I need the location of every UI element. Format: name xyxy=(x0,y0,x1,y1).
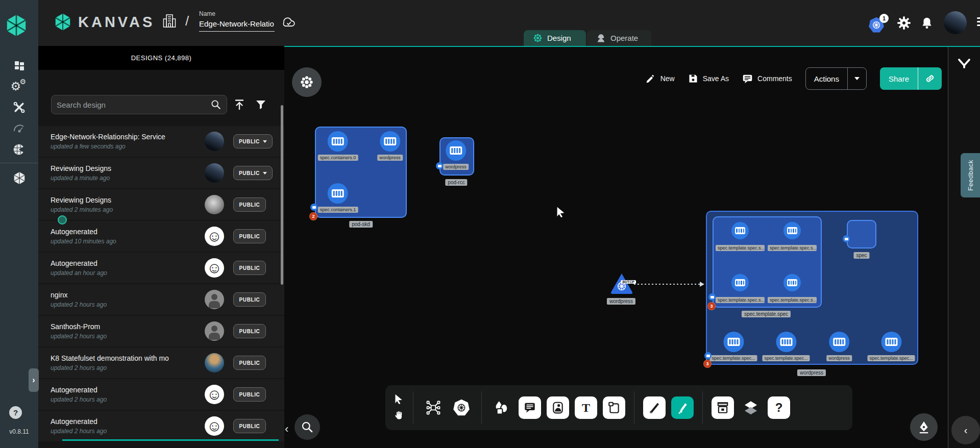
sidebar-expand-handle[interactable]: › xyxy=(29,368,39,392)
design-row[interactable]: Santhosh-Prom updated 2 hours ago PUBLIC xyxy=(38,316,284,346)
new-button[interactable]: New xyxy=(646,73,675,84)
design-owner-avatar[interactable]: ☺ xyxy=(205,416,224,436)
visibility-badge[interactable]: PUBLIC xyxy=(233,292,266,307)
design-owner-avatar[interactable]: ☺ xyxy=(205,258,224,278)
visibility-badge[interactable]: PUBLIC xyxy=(233,419,266,433)
pan-hand-icon[interactable] xyxy=(394,410,404,422)
design-row[interactable]: nginx updated 2 hours ago PUBLIC xyxy=(38,284,284,315)
share-label[interactable]: Share xyxy=(880,67,918,90)
organization-icon[interactable] xyxy=(162,13,177,31)
container-node[interactable]: spec.template.spec... xyxy=(867,332,915,361)
settings-gear-icon[interactable] xyxy=(897,16,911,32)
dock-toggle-icon[interactable] xyxy=(957,57,972,74)
container-node[interactable]: wordpress xyxy=(377,131,403,161)
help-tool-icon[interactable]: ? xyxy=(768,396,790,419)
container-node[interactable]: wordpress xyxy=(826,332,852,361)
collapse-left-chevron[interactable]: ‹ xyxy=(285,422,288,436)
container-node[interactable]: spec.template.spec.s... xyxy=(716,274,765,303)
comment-tool-icon[interactable] xyxy=(519,396,541,419)
visibility-badge[interactable]: PUBLIC xyxy=(233,261,266,275)
kubernetes-tool-icon[interactable] xyxy=(450,396,473,419)
actions-dropdown-toggle[interactable] xyxy=(847,68,866,89)
zoom-button[interactable] xyxy=(295,414,320,440)
visibility-badge[interactable]: PUBLIC xyxy=(233,166,273,180)
component-graph-icon[interactable] xyxy=(422,396,445,419)
actions-split-button[interactable]: Actions xyxy=(805,67,867,90)
design-owner-avatar[interactable]: ☺ xyxy=(205,385,224,404)
kanvas-logo[interactable]: KANVAS xyxy=(54,13,155,31)
error-badge[interactable]: 2 xyxy=(309,212,317,220)
copy-link-icon[interactable] xyxy=(918,67,942,90)
meshery-logo[interactable] xyxy=(5,13,28,40)
design-owner-avatar[interactable] xyxy=(205,290,224,309)
drawer-tool-icon[interactable] xyxy=(712,396,734,419)
node-spec[interactable] xyxy=(847,220,876,248)
comments-button[interactable]: Comments xyxy=(742,73,792,84)
design-row[interactable]: K8 Statefulset demonstration with mo upd… xyxy=(38,347,284,378)
kubernetes-badge[interactable] xyxy=(708,293,716,301)
publish-upload-icon[interactable] xyxy=(233,98,246,113)
error-badge[interactable]: 3 xyxy=(707,302,716,310)
collapse-right-chevron[interactable]: ‹ xyxy=(951,416,980,444)
pencil-draw-tool-icon[interactable] xyxy=(671,396,694,419)
sidebar-item-configuration[interactable] xyxy=(0,97,38,118)
container-node[interactable]: spec.template.spec... xyxy=(709,332,757,361)
visibility-badge[interactable]: PUBLIC xyxy=(233,134,273,148)
container-node[interactable]: spec.template.spec.s... xyxy=(768,274,817,303)
sidebar-item-dashboard[interactable] xyxy=(0,55,38,76)
design-row[interactable]: Autogenerated updated 10 minutes ago ☺ P… xyxy=(38,221,284,252)
search-design-box[interactable] xyxy=(51,95,227,114)
error-badge[interactable]: 3 xyxy=(703,360,712,368)
shapes-tool-icon[interactable] xyxy=(491,396,513,419)
container-node[interactable]: spec.template.spec.s... xyxy=(716,222,765,251)
visibility-badge[interactable]: PUBLIC xyxy=(233,387,266,402)
kubernetes-badge[interactable] xyxy=(310,204,317,211)
search-design-input[interactable] xyxy=(57,101,210,109)
filter-funnel-icon[interactable] xyxy=(255,98,267,113)
pen-mode-button[interactable] xyxy=(910,413,938,441)
shapes-fab-button[interactable] xyxy=(292,67,322,97)
design-owner-avatar[interactable] xyxy=(205,321,224,341)
actions-label[interactable]: Actions xyxy=(806,68,847,89)
feedback-tab[interactable]: Feedback xyxy=(961,153,980,197)
design-name-input[interactable] xyxy=(199,17,275,32)
share-split-button[interactable]: Share xyxy=(880,67,942,90)
menu-hamburger-icon[interactable] xyxy=(977,17,980,26)
design-row[interactable]: Autogenerated updated 2 hours ago ☺ PUBL… xyxy=(38,379,284,410)
design-row[interactable]: Autogenerated updated an hour ago ☺ PUBL… xyxy=(38,253,284,283)
container-node[interactable]: spec.template.spec... xyxy=(762,332,810,361)
edge-service-to-deployment[interactable] xyxy=(634,284,701,285)
cloud-sync-icon[interactable] xyxy=(281,16,297,31)
container-node[interactable]: spec.containers.0 xyxy=(318,131,358,161)
container-node[interactable]: spec.containers.1 xyxy=(318,183,358,213)
container-node[interactable]: wordpress xyxy=(443,140,469,170)
container-node[interactable]: spec.template.spec.s... xyxy=(768,222,817,251)
user-avatar[interactable] xyxy=(944,11,967,34)
sidebar-item-performance[interactable] xyxy=(0,118,38,139)
kubernetes-badge[interactable] xyxy=(843,235,850,242)
visibility-badge[interactable]: PUBLIC xyxy=(233,324,266,338)
select-tool-icon[interactable] xyxy=(394,393,404,406)
visibility-badge[interactable]: PUBLIC xyxy=(233,356,266,370)
text-tool-icon[interactable]: T xyxy=(575,396,597,419)
sidebar-item-extensions[interactable] xyxy=(0,139,38,160)
notifications-bell-icon[interactable] xyxy=(920,16,934,32)
pen-tool-icon[interactable] xyxy=(643,396,666,419)
design-owner-avatar[interactable] xyxy=(205,132,224,151)
sidebar-item-lifecycle[interactable]: ⚙⚙ xyxy=(0,76,38,97)
visibility-badge[interactable]: PUBLIC xyxy=(233,229,266,243)
tab-design[interactable]: Design xyxy=(524,30,586,46)
save-as-button[interactable]: Save As xyxy=(688,73,729,84)
design-row[interactable]: Reviewing Designs updated a minute ago P… xyxy=(38,158,284,188)
node-service-wordpress[interactable] xyxy=(609,272,634,297)
design-row[interactable]: Edge-Network-Relationship: Service updat… xyxy=(38,126,284,157)
layers-icon[interactable] xyxy=(740,396,762,419)
visibility-badge[interactable]: PUBLIC xyxy=(233,197,266,212)
design-row[interactable]: Reviewing Designs updated 2 minutes ago … xyxy=(38,189,284,220)
kubernetes-badge[interactable] xyxy=(436,162,443,169)
design-owner-avatar[interactable] xyxy=(205,195,224,214)
kubernetes-context-count-badge[interactable]: 1 xyxy=(879,14,889,23)
media-tool-icon[interactable] xyxy=(547,396,569,419)
design-row[interactable]: Autogenerated updated 2 hours ago ☺ PUBL… xyxy=(38,411,284,441)
panel-scrollbar[interactable] xyxy=(281,105,283,285)
